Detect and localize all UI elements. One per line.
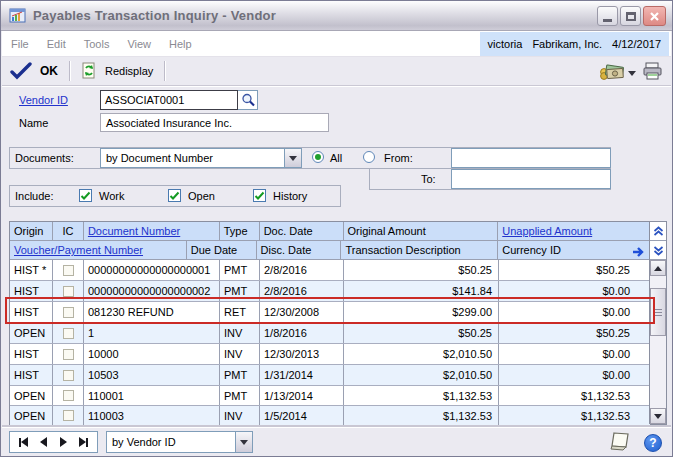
- ic-checkbox[interactable]: [63, 390, 74, 401]
- table-row[interactable]: OPEN 110001 PMT 1/13/2014 $1,132.53 $1,1…: [10, 386, 650, 406]
- col-original-amount: Original Amount: [344, 222, 499, 240]
- browse-by-dropdown[interactable]: by Vendor ID: [106, 431, 253, 453]
- doc-date-cell: 12/30/2008: [260, 302, 344, 322]
- origin-cell: OPEN: [10, 386, 53, 405]
- menu-tools[interactable]: Tools: [75, 34, 119, 54]
- minimize-button[interactable]: [597, 6, 618, 26]
- work-label: Work: [99, 190, 124, 202]
- menu-view[interactable]: View: [118, 34, 160, 54]
- menu-help[interactable]: Help: [160, 34, 201, 54]
- ic-checkbox[interactable]: [63, 265, 74, 276]
- type-cell: INV: [220, 323, 260, 343]
- grid-header-row-2: Voucher/Payment Number Due Date Disc. Da…: [10, 241, 650, 260]
- unapplied-amount-cell: $0.00: [499, 365, 636, 385]
- previous-record-button[interactable]: [40, 437, 47, 447]
- note-icon: [608, 430, 632, 452]
- name-label: Name: [19, 117, 48, 129]
- open-label: Open: [188, 190, 215, 202]
- checkbox-open[interactable]: [168, 189, 181, 202]
- dropdown-button[interactable]: [235, 432, 252, 452]
- last-record-button[interactable]: [79, 437, 88, 447]
- menu-edit[interactable]: Edit: [38, 34, 75, 54]
- footer-divider: [2, 425, 671, 427]
- dropdown-button[interactable]: [284, 149, 301, 167]
- table-row[interactable]: HIST * 00000000000000000001 PMT 2/8/2016…: [10, 260, 650, 281]
- document-number-cell: 10503: [84, 365, 220, 385]
- col-voucher-payment-number-sort-link[interactable]: Voucher/Payment Number: [10, 241, 187, 259]
- ok-button[interactable]: OK: [2, 59, 66, 83]
- document-number-cell: 1: [84, 323, 220, 343]
- table-row[interactable]: OPEN 1 INV 1/8/2016 $50.25 $50.25: [10, 323, 650, 344]
- ic-checkbox[interactable]: [63, 286, 74, 297]
- title-bar[interactable]: Payables Transaction Inquiry - Vendor: [1, 1, 672, 31]
- col-currency-id: Currency ID: [498, 241, 650, 259]
- checkbox-history[interactable]: [253, 189, 266, 202]
- print-button[interactable]: [642, 61, 663, 85]
- doc-date-cell: 1/5/2014: [260, 406, 344, 425]
- checkbox-work[interactable]: [79, 189, 92, 202]
- scrollbar-up-button[interactable]: [650, 260, 666, 276]
- ic-checkbox[interactable]: [63, 370, 74, 381]
- vendor-id-link-label[interactable]: Vendor ID: [19, 94, 68, 106]
- menu-file[interactable]: File: [2, 34, 38, 54]
- original-amount-cell: $2,010.50: [344, 344, 499, 364]
- scrollbar-thumb[interactable]: [650, 288, 666, 336]
- expand-rows-button[interactable]: [650, 241, 666, 260]
- currency-view-button[interactable]: [599, 63, 636, 83]
- table-row[interactable]: HIST 00000000000000000002 PMT 2/8/2016 $…: [10, 281, 650, 302]
- col-unapplied-amount-sort-link[interactable]: Unapplied Amount: [498, 222, 650, 240]
- include-label: Include:: [15, 190, 54, 202]
- ic-cell: [53, 406, 84, 425]
- radio-from[interactable]: [363, 151, 375, 163]
- unapplied-amount-cell: $1,132.53: [499, 386, 636, 405]
- vendor-lookup-button[interactable]: [238, 90, 258, 110]
- col-document-number-sort-link[interactable]: Document Number: [84, 222, 220, 240]
- note-button[interactable]: [608, 430, 632, 456]
- doc-date-cell: 1/13/2014: [260, 386, 344, 405]
- window-title: Payables Transaction Inquiry - Vendor: [33, 8, 276, 23]
- expand-arrow-icon[interactable]: [632, 246, 646, 258]
- unapplied-amount-cell: $1,132.53: [499, 406, 636, 425]
- document-number-cell: 10000: [84, 344, 220, 364]
- chevron-down-icon: [628, 71, 636, 76]
- user-company-date-area[interactable]: victoria Fabrikam, Inc. 4/12/2017: [480, 32, 669, 56]
- toolbar-separator: [164, 61, 165, 81]
- maximize-button[interactable]: [620, 6, 641, 26]
- vendor-name-value: Associated Insurance Inc.: [100, 113, 329, 132]
- money-icon: [599, 63, 625, 83]
- original-amount-cell: $1,132.53: [344, 406, 499, 425]
- radio-all[interactable]: [312, 151, 324, 163]
- close-button[interactable]: [643, 6, 666, 26]
- table-row[interactable]: HIST 10000 INV 12/30/2013 $2,010.50 $0.0…: [10, 344, 650, 365]
- ic-checkbox[interactable]: [63, 349, 74, 360]
- question-mark-icon: ?: [649, 436, 656, 450]
- doc-date-cell: 1/8/2016: [260, 323, 344, 343]
- chevron-down-icon: [289, 156, 297, 161]
- help-button[interactable]: ?: [644, 434, 662, 452]
- table-row[interactable]: HIST 10503 PMT 1/31/2014 $2,010.50 $0.00: [10, 365, 650, 386]
- next-record-button[interactable]: [60, 437, 67, 447]
- from-input[interactable]: [451, 148, 611, 168]
- scrollbar-down-button[interactable]: [650, 408, 666, 424]
- col-transaction-description: Transaction Description: [341, 241, 498, 259]
- ic-checkbox[interactable]: [63, 410, 74, 421]
- to-input[interactable]: [451, 169, 611, 189]
- original-amount-cell: $299.00: [344, 302, 499, 322]
- payables-transaction-inquiry-window: Payables Transaction Inquiry - Vendor Fi…: [0, 0, 673, 457]
- type-cell: INV: [220, 344, 260, 364]
- ic-checkbox[interactable]: [63, 328, 74, 339]
- double-chevron-down-icon: [653, 245, 664, 256]
- ic-checkbox[interactable]: [63, 307, 74, 318]
- check-icon: [169, 191, 180, 201]
- first-record-button[interactable]: [19, 437, 28, 447]
- table-row-highlighted[interactable]: HIST 081230 REFUND RET 12/30/2008 $299.0…: [10, 302, 650, 323]
- transactions-grid: Origin IC Document Number Type Doc. Date…: [9, 221, 667, 425]
- redisplay-button[interactable]: Redisplay: [73, 59, 161, 83]
- col-type: Type: [220, 222, 260, 240]
- table-row[interactable]: OPEN 110003 INV 1/5/2014 $1,132.53 $1,13…: [10, 406, 650, 426]
- collapse-rows-button[interactable]: [650, 222, 666, 241]
- all-label: All: [330, 152, 342, 164]
- documents-sort-dropdown[interactable]: by Document Number: [100, 148, 302, 168]
- vendor-id-input[interactable]: ASSOCIAT0001: [100, 90, 238, 110]
- ic-cell: [53, 386, 84, 405]
